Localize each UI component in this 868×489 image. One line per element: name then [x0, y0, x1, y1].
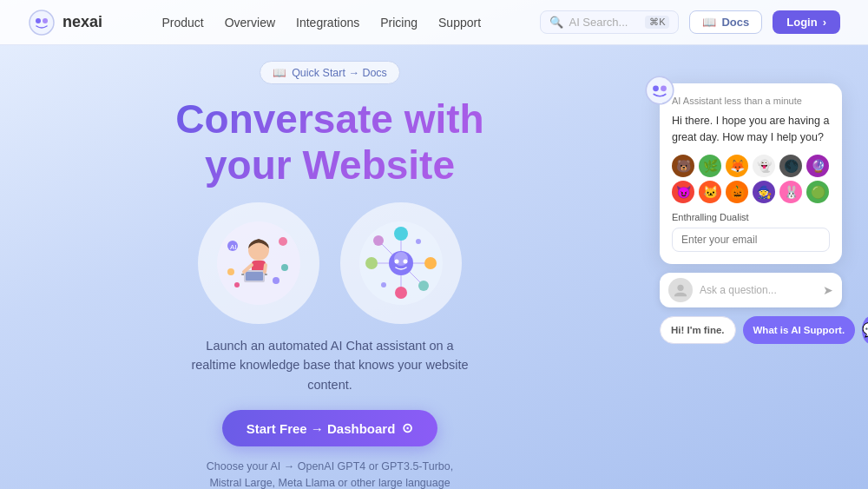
- avatar-9[interactable]: 🎃: [726, 181, 748, 203]
- book-icon: 📖: [702, 16, 716, 29]
- search-placeholder-text: AI Search...: [569, 16, 628, 29]
- avatar-4[interactable]: 👻: [753, 155, 775, 177]
- hi-fine-button[interactable]: Hi! I'm fine.: [660, 316, 736, 344]
- hero-section: 📖 Quick Start → Docs Conversate with you…: [0, 45, 660, 489]
- svg-point-39: [661, 85, 667, 91]
- hero-title: Conversate with your Website: [175, 96, 483, 188]
- svg-point-16: [273, 277, 279, 284]
- what-is-support-button[interactable]: What is AI Support.: [743, 316, 856, 344]
- avatar-8[interactable]: 🐱: [699, 181, 721, 203]
- chat-bubble-icon[interactable]: 💬: [862, 316, 868, 344]
- girl-with-laptop-svg: AI: [215, 220, 302, 307]
- svg-point-20: [394, 252, 408, 266]
- main-nav: Product Overview Integrations Pricing Su…: [161, 16, 481, 30]
- svg-point-1: [36, 18, 41, 23]
- avatar-3[interactable]: 🦊: [726, 155, 748, 177]
- avatar-7[interactable]: 😈: [672, 181, 694, 203]
- ai-models-note: Choose your AI → OpenAI GPT4 or GPT3.5-T…: [195, 459, 464, 489]
- login-label: Login: [786, 16, 817, 29]
- avatar-1[interactable]: 🐻: [672, 155, 694, 177]
- svg-point-0: [30, 10, 54, 35]
- svg-point-29: [394, 227, 408, 241]
- main-content: 📖 Quick Start → Docs Conversate with you…: [0, 45, 868, 489]
- svg-text:AI: AI: [230, 243, 237, 251]
- svg-point-22: [404, 259, 408, 263]
- avatar-6[interactable]: 🔮: [806, 155, 829, 177]
- hero-title-line1: Conversate with: [175, 96, 483, 142]
- cta-label: Start Free → Dashboard: [247, 421, 396, 436]
- avatar-12[interactable]: 🟢: [806, 181, 829, 203]
- navbar: nexai Product Overview Integrations Pric…: [0, 0, 868, 45]
- svg-point-35: [416, 239, 421, 244]
- illustration-girl: AI: [198, 202, 319, 324]
- send-icon[interactable]: ➤: [823, 283, 833, 297]
- hero-title-line2: your Website: [205, 142, 455, 188]
- search-bar[interactable]: 🔍 AI Search... ⌘K: [540, 10, 679, 34]
- logo-icon: [28, 9, 56, 36]
- svg-point-21: [395, 259, 399, 263]
- svg-rect-8: [246, 272, 263, 281]
- svg-line-10: [265, 265, 266, 272]
- svg-point-17: [234, 282, 240, 287]
- login-button[interactable]: Login ›: [773, 10, 840, 34]
- logo-text: nexai: [62, 13, 102, 31]
- cta-arrow-icon: ⊙: [402, 420, 413, 436]
- svg-point-13: [279, 237, 287, 246]
- avatar-2[interactable]: 🌿: [699, 155, 721, 177]
- quickstart-label: Quick Start → Docs: [292, 67, 387, 79]
- nav-product[interactable]: Product: [161, 16, 203, 30]
- avatar-grid: 🐻 🌿 🦊 👻 🌑 🔮 😈 🐱 🎃 🧙 🐰 🟢: [672, 155, 830, 203]
- avatar-5[interactable]: 🌑: [779, 155, 802, 177]
- nav-overview[interactable]: Overview: [225, 16, 275, 30]
- illustrations-row: AI: [198, 202, 462, 324]
- docs-label: Docs: [721, 16, 749, 29]
- illustration-bot: [340, 202, 462, 324]
- book-small-icon: 📖: [273, 66, 286, 79]
- cta-button[interactable]: Start Free → Dashboard ⊙: [222, 410, 438, 446]
- avatar-10[interactable]: 🧙: [753, 181, 775, 203]
- search-icon: 🔍: [549, 16, 563, 29]
- logo-area: nexai: [28, 9, 102, 36]
- svg-point-40: [677, 284, 683, 290]
- svg-point-33: [373, 235, 384, 246]
- nav-pricing[interactable]: Pricing: [380, 16, 418, 30]
- svg-point-32: [424, 257, 437, 269]
- nav-integrations[interactable]: Integrations: [296, 16, 359, 30]
- chat-header-text: AI Assistant less than a minute: [672, 96, 830, 106]
- svg-point-36: [381, 282, 386, 287]
- nav-support[interactable]: Support: [438, 16, 481, 30]
- avatar-11[interactable]: 🐰: [779, 181, 802, 203]
- svg-point-34: [418, 281, 429, 291]
- chat-message: Hi there. I hope you are having a great …: [672, 113, 830, 146]
- chat-icon: 💬: [862, 321, 868, 338]
- chat-footer-buttons: Hi! I'm fine. What is AI Support. 💬: [660, 316, 842, 344]
- chat-email-input[interactable]: [672, 228, 830, 252]
- hero-subtitle: Launch an automated AI Chat assistant on…: [191, 336, 469, 394]
- arrow-icon: ›: [823, 16, 826, 29]
- chat-card: AI Assistant less than a minute Hi there…: [660, 83, 842, 264]
- chat-name-label: Enthralling Dualist: [672, 212, 830, 222]
- quickstart-badge[interactable]: 📖 Quick Start → Docs: [260, 61, 400, 84]
- user-avatar: [668, 278, 693, 302]
- svg-point-30: [395, 287, 407, 299]
- navbar-right: 🔍 AI Search... ⌘K 📖 Docs Login ›: [540, 10, 840, 34]
- svg-point-31: [365, 257, 378, 269]
- docs-button[interactable]: 📖 Docs: [689, 10, 762, 34]
- chat-panel: AI Assistant less than a minute Hi there…: [660, 45, 868, 489]
- svg-point-2: [43, 18, 48, 23]
- svg-point-14: [281, 264, 288, 271]
- ask-placeholder[interactable]: Ask a question...: [700, 284, 816, 296]
- ai-network-svg: [358, 220, 444, 307]
- search-shortcut: ⌘K: [645, 16, 669, 29]
- svg-point-15: [227, 268, 234, 275]
- chat-ask-bubble: Ask a question... ➤: [660, 273, 842, 307]
